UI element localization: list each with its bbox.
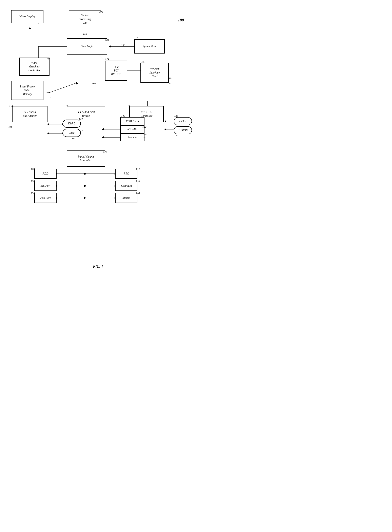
keyboard-box: Keyboard	[115, 181, 137, 191]
ref-102: 102	[99, 10, 103, 13]
svg-line-15	[48, 83, 77, 93]
core-logic-label: Core Logic	[81, 45, 93, 48]
ref-113: 113	[72, 137, 75, 140]
diagram-ref-100: 100	[178, 18, 184, 23]
svg-marker-16	[76, 82, 78, 84]
svg-marker-68	[84, 197, 85, 198]
keyboard-label: Keyboard	[121, 184, 132, 188]
svg-marker-62	[84, 185, 85, 187]
fig-label: FIG. 1	[0, 265, 196, 269]
ser-port-box: Ser. Port	[34, 181, 56, 191]
svg-marker-56	[84, 173, 85, 175]
fdd-label: FDD	[43, 172, 48, 176]
local-frame-buffer-label: Local FrameBufferMemory	[20, 85, 35, 96]
video-display-label: Video Display	[19, 15, 35, 18]
ref-140: 140	[121, 114, 125, 117]
rom-bios-box: ROM BIOS	[120, 117, 145, 126]
ref-132: 132	[79, 129, 83, 132]
mouse-box: Mouse	[115, 193, 137, 203]
pci-pci-bridge-box: PCI/PCIBRIDGE	[105, 60, 127, 81]
ref-128: 128	[174, 114, 178, 117]
system-ram-label: System Ram	[143, 45, 156, 48]
cd-rom-box: CD ROM	[174, 126, 192, 134]
svg-marker-29	[47, 123, 49, 125]
modem-label: Modem	[128, 135, 137, 139]
ref-118: 118	[126, 105, 130, 108]
ref-122: 122	[167, 82, 171, 85]
pci-ide-label: PCI / IDEController	[141, 111, 153, 118]
cd-rom-label: CD ROM	[177, 129, 188, 132]
cpu-box: CentralProcessingUnit	[69, 10, 101, 28]
ref-120: 120	[142, 133, 146, 136]
svg-marker-65	[84, 197, 86, 199]
nv-ram-box: NV RAM	[120, 125, 145, 133]
par-port-label: Par. Port	[40, 196, 51, 200]
nic-label: NetworkInterfaceCard	[149, 67, 160, 78]
pci-pci-bridge-label: PCI/PCIBRIDGE	[111, 65, 121, 76]
local-frame-buffer-box: Local FrameBufferMemory	[11, 81, 43, 100]
svg-marker-59	[84, 185, 86, 187]
pci-scsi-box: PCI / SCSIBus Adapter	[12, 106, 47, 122]
tape-label: Tape	[69, 131, 75, 135]
ref-108: 108	[46, 91, 50, 94]
ref-150: 150	[31, 167, 35, 171]
ref-105: 105	[121, 43, 125, 47]
disk2-label: Disk 2	[68, 122, 75, 125]
core-logic-box: Core Logic	[67, 38, 107, 55]
video-graphics-controller-box: VideoGraphicsController	[19, 58, 50, 76]
io-controller-label: Input / OutputController	[78, 155, 94, 162]
svg-marker-32	[47, 132, 49, 134]
ref-110: 110	[47, 58, 50, 61]
ref-114: 114	[9, 105, 13, 108]
rtc-label: RTC	[124, 172, 129, 176]
rom-bios-label: ROM BIOS	[126, 120, 139, 123]
disk1-box: Disk 1	[174, 117, 192, 125]
ref-134: 134	[174, 134, 178, 137]
modem-box: Modem	[120, 133, 145, 141]
svg-marker-38	[102, 128, 104, 130]
ref-148: 148	[136, 191, 140, 195]
ref-104: 104	[105, 38, 109, 42]
tape-box: Tape	[63, 129, 81, 137]
ref-126: 126	[103, 150, 107, 154]
ref-142: 142	[142, 125, 146, 129]
ref-152: 152	[31, 179, 35, 183]
ref-154: 154	[31, 191, 35, 195]
svg-marker-4	[109, 46, 111, 47]
ser-port-label: Ser. Port	[41, 184, 51, 188]
ref-106: 106	[134, 36, 138, 39]
ref-124: 124	[105, 58, 109, 61]
svg-marker-44	[164, 120, 166, 122]
video-display-box: Video Display	[11, 10, 43, 23]
ref-144: 144	[136, 167, 140, 171]
nic-box: NetworkInterfaceCard	[140, 63, 169, 83]
ref-146: 146	[136, 179, 140, 183]
disk1-label: Disk 1	[179, 119, 187, 123]
svg-marker-53	[84, 173, 86, 175]
diagram: Video Display 112 VideoGraphicsControlle…	[0, 4, 196, 261]
svg-marker-41	[102, 136, 104, 138]
ref-119: 119	[168, 77, 172, 80]
ref-107: 107	[50, 96, 54, 99]
ref-117: 117	[141, 60, 145, 63]
ref-109: 109	[92, 82, 96, 85]
video-graphics-label: VideoGraphicsController	[28, 61, 40, 72]
rtc-box: RTC	[115, 169, 137, 179]
io-controller-box: Input / OutputController	[67, 150, 105, 167]
pci-scsi-label: PCI / SCSIBus Adapter	[23, 111, 37, 118]
system-ram-box: System Ram	[134, 39, 165, 54]
ref-116: 116	[64, 105, 68, 108]
ref-130: 130	[79, 117, 83, 120]
disk2-box: Disk 2	[63, 120, 81, 128]
nv-ram-label: NV RAM	[127, 127, 137, 131]
par-port-box: Par. Port	[34, 193, 56, 203]
mouse-label: Mouse	[122, 196, 130, 200]
ref-103: 103	[83, 33, 87, 36]
cpu-label: CentralProcessingUnit	[79, 14, 91, 25]
ref-112: 112	[35, 22, 39, 25]
fdd-box: FDD	[34, 169, 56, 179]
ref-121: 121	[142, 136, 146, 139]
pci-eisa-isa-label: PCI / EISA / ISABridge	[76, 111, 95, 118]
ref-111: 111	[9, 125, 12, 129]
svg-marker-47	[164, 128, 166, 130]
